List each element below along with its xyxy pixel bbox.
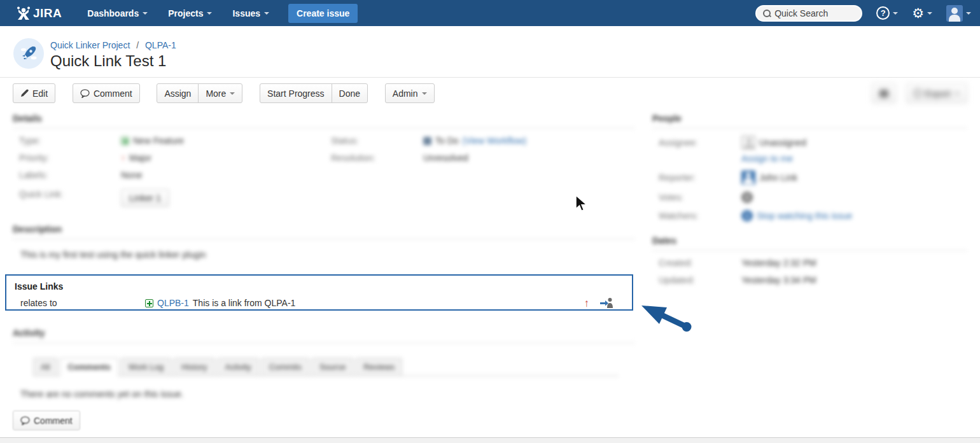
linked-issue-key[interactable]: QLPB-1: [157, 298, 189, 308]
nav-dashboards-label: Dashboards: [87, 8, 139, 18]
workflow-group: Start Progress Done: [260, 83, 368, 103]
unassigned-avatar-icon: [741, 136, 755, 150]
priority-major-icon: ↑: [584, 298, 590, 309]
reporter-value[interactable]: John Link: [759, 172, 797, 183]
tab-reviews[interactable]: Reviews: [356, 358, 402, 376]
people-section: People Assignee: Unassigned Assign to me…: [652, 113, 967, 222]
chevron-down-icon: [966, 12, 971, 15]
chevron-down-icon: [955, 92, 960, 95]
details-right-column: Status: To Do (View Workflow) Resolution…: [331, 129, 630, 163]
assignee-row: Assignee: Unassigned: [652, 136, 967, 150]
tab-commits[interactable]: Commits: [262, 358, 309, 376]
watchers-badge[interactable]: 1: [741, 210, 753, 222]
admin-dropdown-button[interactable]: Admin: [385, 83, 435, 103]
mouse-cursor: [575, 195, 589, 214]
nav-dashboards[interactable]: Dashboards: [87, 8, 148, 18]
project-avatar: [13, 38, 44, 69]
chevron-down-icon: [893, 12, 898, 15]
tab-comments[interactable]: Comments: [60, 358, 118, 376]
link-relation: relates to: [20, 298, 145, 308]
export-dropdown-button[interactable]: Export: [906, 83, 967, 103]
votes-row: Votes: 0: [652, 192, 967, 203]
tab-activity[interactable]: Activity: [218, 358, 259, 376]
breadcrumb-separator: /: [136, 40, 139, 50]
tab-work-log[interactable]: Work Log: [121, 358, 171, 376]
quick-search[interactable]: [755, 5, 862, 22]
share-button[interactable]: [872, 83, 896, 103]
breadcrumb-issue-key-link[interactable]: QLPA-1: [145, 40, 176, 50]
labels-value: None: [121, 170, 142, 180]
votes-badge[interactable]: 0: [741, 192, 753, 203]
jira-issue-page: JIRA Dashboards Projects Issues Create i…: [0, 0, 980, 443]
priority-label: Priority:: [19, 153, 121, 163]
breadcrumb: Quick Linker Project / QLPA-1: [50, 40, 176, 50]
done-button[interactable]: Done: [332, 83, 368, 103]
more-dropdown-button[interactable]: More: [198, 83, 242, 103]
more-button-label: More: [206, 88, 226, 99]
nav-issues[interactable]: Issues: [232, 8, 269, 18]
jira-logo[interactable]: JIRA: [17, 6, 62, 21]
linked-issue-summary: This is a link from QLPA-1: [193, 298, 296, 308]
export-icon: [914, 89, 921, 97]
type-row: Type: New Feature: [19, 136, 318, 146]
quick-link-button[interactable]: Linker 1: [121, 189, 169, 207]
reporter-row: Reporter: John Link: [652, 171, 967, 185]
tab-all[interactable]: All: [33, 358, 57, 376]
resolution-label: Resolution:: [331, 153, 423, 163]
nav-projects-label: Projects: [168, 8, 203, 18]
tab-history[interactable]: History: [174, 358, 214, 376]
priority-value: Major: [129, 153, 151, 163]
chevron-down-icon: [143, 12, 148, 15]
search-input[interactable]: [774, 8, 851, 18]
status-icon: [423, 137, 431, 145]
toolbar-right-group: Export: [872, 83, 967, 103]
help-menu[interactable]: ?: [876, 6, 898, 20]
jira-logo-text: JIRA: [33, 6, 62, 20]
quick-link-label: Quick Link:: [19, 189, 121, 199]
assign-button[interactable]: Assign: [157, 83, 199, 103]
help-icon: ?: [876, 6, 890, 20]
breadcrumb-project-link[interactable]: Quick Linker Project: [50, 40, 130, 50]
dates-heading: Dates: [652, 236, 967, 251]
view-workflow-link[interactable]: (View Workflow): [463, 136, 527, 146]
edit-button-label: Edit: [32, 88, 48, 99]
stop-watching-link[interactable]: Stop watching this issue: [757, 211, 852, 221]
tab-source[interactable]: Source: [312, 358, 353, 376]
user-menu[interactable]: [946, 5, 971, 22]
comment-button-label: Comment: [94, 88, 132, 99]
people-heading: People: [652, 113, 967, 129]
top-navbar: JIRA Dashboards Projects Issues Create i…: [0, 0, 980, 26]
nav-projects[interactable]: Projects: [168, 8, 212, 18]
edit-button[interactable]: Edit: [13, 83, 55, 103]
description-heading: Description: [13, 224, 635, 239]
status-label: Status:: [331, 136, 423, 146]
share-icon: [879, 90, 888, 97]
type-label: Type:: [19, 136, 121, 146]
created-row: Created: Yesterday 2:32 PM: [652, 258, 967, 268]
gear-icon: ⚙: [912, 6, 924, 20]
comment-button[interactable]: Comment: [73, 83, 140, 103]
jira-logo-icon: [17, 6, 31, 21]
no-comments-text: There are no comments yet on this issue.: [20, 389, 635, 399]
footer-bar: [0, 437, 980, 443]
priority-row: Priority: ↑ Major: [19, 153, 318, 163]
activity-heading: Activity: [13, 328, 635, 343]
annotation-arrow: [638, 298, 695, 336]
type-value: New Feature: [133, 136, 184, 146]
assignee-value: Unassigned: [759, 137, 806, 148]
updated-row: Updated: Yesterday 3:34 PM: [652, 275, 967, 285]
assign-to-me-link[interactable]: Assign to me: [741, 153, 793, 164]
votes-label: Votes:: [652, 192, 741, 202]
admin-settings-menu[interactable]: ⚙: [912, 6, 932, 20]
comment-button-bottom[interactable]: Comment: [13, 411, 80, 430]
create-issue-button[interactable]: Create issue: [288, 4, 358, 23]
labels-row: Labels: None: [19, 170, 318, 180]
details-section: Details Type: New Feature Priority: ↑ Ma…: [13, 113, 635, 129]
created-value: Yesterday 2:32 PM: [741, 258, 816, 268]
page-title: Quick Link Test 1: [50, 52, 166, 70]
start-progress-button[interactable]: Start Progress: [260, 83, 332, 103]
dates-section: Dates Created: Yesterday 2:32 PM Updated…: [652, 236, 967, 285]
export-button-label: Export: [925, 88, 951, 99]
quick-link-row: Quick Link: Linker 1: [19, 189, 318, 207]
assign-to-me-row: Assign to me: [652, 153, 967, 164]
